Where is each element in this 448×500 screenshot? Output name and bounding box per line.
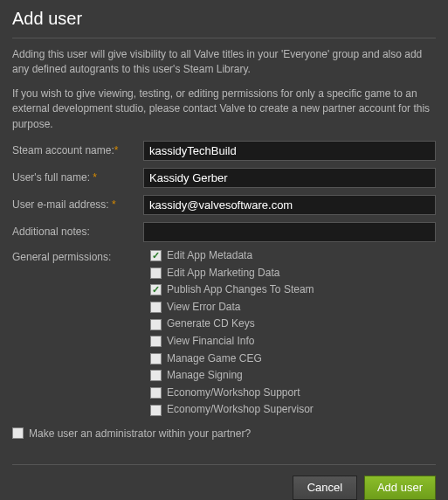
permissions-section: General permissions: ✓Edit App MetadataE… xyxy=(12,249,436,420)
permission-checkbox[interactable]: ✓ xyxy=(150,284,162,295)
permission-checkbox[interactable] xyxy=(150,267,162,279)
steam-account-input[interactable] xyxy=(143,141,436,161)
label-steam-account: Steam account name:* xyxy=(12,144,143,156)
admin-label: Make user an administrator within your p… xyxy=(29,427,251,440)
permission-label: Economy/Workshop Supervisor xyxy=(167,403,314,417)
admin-row: Make user an administrator within your p… xyxy=(12,427,436,440)
add-user-button[interactable]: Add user xyxy=(364,476,436,500)
row-notes: Additional notes: xyxy=(12,222,436,242)
permission-label: Economy/Workshop Support xyxy=(167,386,300,400)
permission-item: Manage Signing xyxy=(150,369,436,383)
permission-checkbox[interactable]: ✓ xyxy=(150,250,162,261)
admin-checkbox[interactable] xyxy=(12,427,24,439)
permission-label: View Financial Info xyxy=(167,335,255,349)
permission-item: Economy/Workshop Support xyxy=(150,386,436,400)
permission-item: Generate CD Keys xyxy=(150,317,436,331)
permission-checkbox[interactable] xyxy=(150,302,162,313)
permission-checkbox[interactable] xyxy=(150,319,162,330)
permission-item: ✓Edit App Metadata xyxy=(150,249,436,263)
permission-item: ✓Publish App Changes To Steam xyxy=(150,283,436,297)
permission-label: Edit App Marketing Data xyxy=(167,267,279,281)
permission-item: View Financial Info xyxy=(150,335,436,349)
notes-input[interactable] xyxy=(143,222,436,242)
permission-item: Manage Game CEG xyxy=(150,352,436,366)
permissions-list: ✓Edit App MetadataEdit App Marketing Dat… xyxy=(143,249,436,420)
email-input[interactable] xyxy=(143,195,436,215)
description-2: If you wish to give viewing, testing, or… xyxy=(12,87,436,132)
permission-checkbox[interactable] xyxy=(150,336,162,347)
permission-item: View Error Data xyxy=(150,301,436,315)
cancel-button[interactable]: Cancel xyxy=(293,476,357,500)
page-title: Add user xyxy=(12,9,436,29)
row-full-name: User's full name: * xyxy=(12,168,436,188)
label-email: User e-mail address: * xyxy=(12,198,143,211)
dialog: Add user Adding this user will give visi… xyxy=(0,0,448,500)
full-name-input[interactable] xyxy=(143,168,436,188)
permission-label: Manage Game CEG xyxy=(167,352,262,366)
row-email: User e-mail address: * xyxy=(12,195,436,215)
permission-label: Edit App Metadata xyxy=(167,249,252,263)
permission-item: Edit App Marketing Data xyxy=(150,267,436,281)
divider xyxy=(12,38,436,38)
permission-item: Economy/Workshop Supervisor xyxy=(150,403,436,417)
permission-checkbox[interactable] xyxy=(150,387,162,399)
permission-label: View Error Data xyxy=(167,301,240,315)
permission-checkbox[interactable] xyxy=(150,405,162,416)
row-steam-account: Steam account name:* xyxy=(12,141,436,161)
permission-checkbox[interactable] xyxy=(150,353,162,365)
label-notes: Additional notes: xyxy=(12,226,143,238)
label-permissions: General permissions: xyxy=(12,249,143,420)
permission-label: Manage Signing xyxy=(167,369,243,383)
permission-checkbox[interactable] xyxy=(150,370,162,381)
description-1: Adding this user will give visibility to… xyxy=(12,47,436,78)
footer: Cancel Add user xyxy=(12,464,436,500)
permission-label: Generate CD Keys xyxy=(167,317,255,331)
permission-label: Publish App Changes To Steam xyxy=(167,283,314,297)
label-full-name: User's full name: * xyxy=(12,171,143,184)
